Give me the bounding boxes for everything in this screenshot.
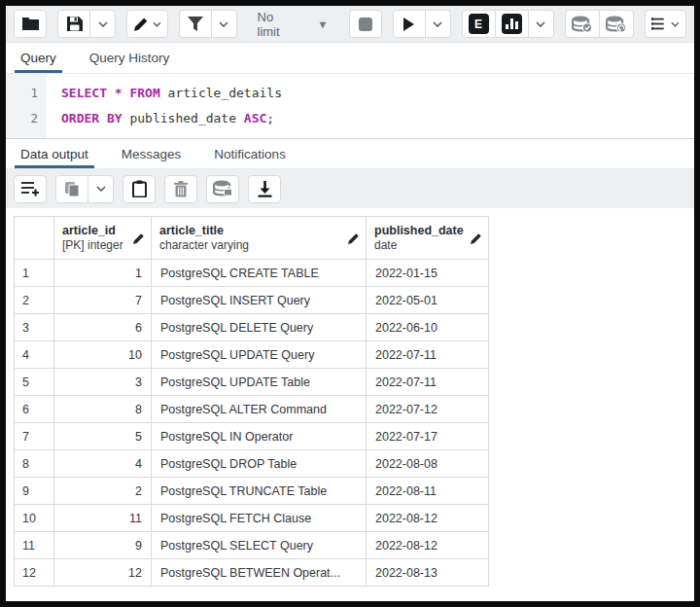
save-file-button[interactable] xyxy=(57,10,90,38)
edit-column-icon[interactable] xyxy=(348,232,360,244)
tab-messages[interactable]: Messages xyxy=(120,139,184,168)
cell-published-date[interactable]: 2022-05-01 xyxy=(367,287,489,314)
execute-button-group xyxy=(393,10,451,38)
tab-query[interactable]: Query xyxy=(18,43,58,73)
table-row: 410PostgreSQL UPDATE Query2022-07-11 xyxy=(15,341,489,369)
cell-article-id[interactable]: 10 xyxy=(54,341,152,369)
cell-article-id[interactable]: 9 xyxy=(54,532,152,559)
column-name: published_date xyxy=(374,223,464,238)
edit-column-icon[interactable] xyxy=(133,232,145,244)
cell-published-date[interactable]: 2022-08-12 xyxy=(367,532,489,559)
row-number-cell[interactable]: 9 xyxy=(15,478,54,505)
cell-published-date[interactable]: 2022-08-11 xyxy=(367,478,489,505)
macros-menu-button[interactable] xyxy=(645,10,687,38)
cell-published-date[interactable]: 2022-07-12 xyxy=(367,396,489,423)
sql-code[interactable]: SELECT * FROM article_detailsORDER BY pu… xyxy=(47,74,282,138)
download-results-button[interactable] xyxy=(248,175,281,203)
cell-article-id[interactable]: 6 xyxy=(54,314,152,341)
save-menu-button[interactable] xyxy=(89,10,116,38)
row-number-cell[interactable]: 8 xyxy=(15,450,54,478)
row-limit-select[interactable]: No limit ▼ xyxy=(248,10,338,38)
row-number-cell[interactable]: 10 xyxy=(15,505,54,532)
cell-article-title[interactable]: PostgreSQL FETCH Clause xyxy=(152,505,367,532)
line-number: 1 xyxy=(6,81,38,106)
cell-article-id[interactable]: 3 xyxy=(54,369,152,396)
filter-button[interactable] xyxy=(179,10,212,38)
cell-article-title[interactable]: PostgreSQL IN Operator xyxy=(152,423,367,450)
clipboard-icon xyxy=(132,180,147,197)
execute-menu-button[interactable] xyxy=(425,10,451,38)
save-data-changes-button[interactable] xyxy=(206,175,239,203)
tab-query-history[interactable]: Query History xyxy=(88,43,172,73)
sql-keyword: BY xyxy=(107,111,122,125)
cell-published-date[interactable]: 2022-07-11 xyxy=(367,369,489,396)
cell-article-id[interactable]: 5 xyxy=(54,423,152,450)
line-number: 2 xyxy=(6,106,38,131)
cell-article-id[interactable]: 11 xyxy=(54,505,152,532)
explain-button[interactable]: E xyxy=(462,10,496,38)
cell-published-date[interactable]: 2022-08-13 xyxy=(367,559,489,587)
cell-article-title[interactable]: PostgreSQL UPDATE Table xyxy=(152,369,367,396)
explain-icon: E xyxy=(469,14,489,34)
chevron-down-icon xyxy=(96,186,106,192)
pencil-icon xyxy=(133,17,149,32)
cell-article-id[interactable]: 1 xyxy=(54,260,152,287)
cell-article-title[interactable]: PostgreSQL SELECT Query xyxy=(152,532,367,559)
explain-menu-button[interactable] xyxy=(528,10,554,38)
row-number-cell[interactable]: 5 xyxy=(15,369,54,396)
row-number-cell[interactable]: 1 xyxy=(15,260,54,287)
add-row-button[interactable] xyxy=(14,175,47,203)
paste-button[interactable] xyxy=(122,175,156,203)
cell-article-id[interactable]: 7 xyxy=(54,287,152,314)
rollback-button[interactable] xyxy=(599,10,634,38)
edit-column-icon[interactable] xyxy=(471,232,482,244)
execute-button[interactable] xyxy=(393,10,426,38)
filter-menu-button[interactable] xyxy=(211,10,237,38)
cell-article-title[interactable]: PostgreSQL DELETE Query xyxy=(152,314,367,341)
cell-published-date[interactable]: 2022-08-08 xyxy=(367,450,489,478)
filter-icon xyxy=(188,17,203,31)
cell-article-title[interactable]: PostgreSQL UPDATE Query xyxy=(152,341,367,369)
tab-notifications[interactable]: Notifications xyxy=(212,139,288,168)
cell-published-date[interactable]: 2022-07-17 xyxy=(367,423,489,450)
delete-row-button[interactable] xyxy=(164,175,197,203)
tab-query-history-label: Query History xyxy=(89,51,170,65)
cell-article-title[interactable]: PostgreSQL INSERT Query xyxy=(152,287,367,314)
row-number-cell[interactable]: 7 xyxy=(15,423,54,450)
column-header-article-title[interactable]: article_title character varying xyxy=(152,217,367,260)
tab-data-output[interactable]: Data output xyxy=(18,139,90,168)
edit-button[interactable] xyxy=(126,10,168,38)
cell-published-date[interactable]: 2022-08-12 xyxy=(367,505,489,532)
row-number-cell[interactable]: 12 xyxy=(15,559,54,587)
cell-article-id[interactable]: 8 xyxy=(54,396,152,423)
cell-article-title[interactable]: PostgreSQL ALTER Command xyxy=(152,396,367,423)
row-number-cell[interactable]: 11 xyxy=(15,532,54,559)
cell-article-title[interactable]: PostgreSQL BETWEEN Operat... xyxy=(152,559,367,587)
cell-article-id[interactable]: 2 xyxy=(54,478,152,505)
line-number-gutter: 12 xyxy=(6,74,47,138)
sql-editor[interactable]: 12 SELECT * FROM article_detailsORDER BY… xyxy=(6,74,694,138)
copy-button[interactable] xyxy=(55,175,88,203)
cell-article-id[interactable]: 4 xyxy=(54,450,152,478)
cell-article-title[interactable]: PostgreSQL CREATE TABLE xyxy=(152,260,367,287)
explain-analyze-button[interactable] xyxy=(495,10,529,38)
cell-published-date[interactable]: 2022-01-15 xyxy=(367,260,489,287)
table-row: 92PostgreSQL TRUNCATE Table2022-08-11 xyxy=(15,478,489,505)
cell-published-date[interactable]: 2022-07-11 xyxy=(367,341,489,369)
cell-article-title[interactable]: PostgreSQL TRUNCATE Table xyxy=(152,478,367,505)
column-header-article-id[interactable]: article_id [PK] integer xyxy=(54,217,152,260)
table-row: 75PostgreSQL IN Operator2022-07-17 xyxy=(15,423,489,450)
column-header-published-date[interactable]: published_date date xyxy=(367,217,489,260)
cell-article-id[interactable]: 12 xyxy=(54,559,152,587)
cell-published-date[interactable]: 2022-06-10 xyxy=(367,314,489,341)
row-number-cell[interactable]: 3 xyxy=(15,314,54,341)
query-tool-window: No limit ▼ E xyxy=(6,6,694,601)
row-number-cell[interactable]: 6 xyxy=(15,396,54,423)
row-number-cell[interactable]: 2 xyxy=(15,287,54,314)
cell-article-title[interactable]: PostgreSQL DROP Table xyxy=(152,450,367,478)
open-file-button[interactable] xyxy=(14,10,47,38)
commit-button[interactable] xyxy=(565,10,600,38)
copy-menu-button[interactable] xyxy=(88,175,114,203)
row-number-cell[interactable]: 4 xyxy=(15,341,54,369)
cancel-query-button[interactable] xyxy=(349,10,382,38)
